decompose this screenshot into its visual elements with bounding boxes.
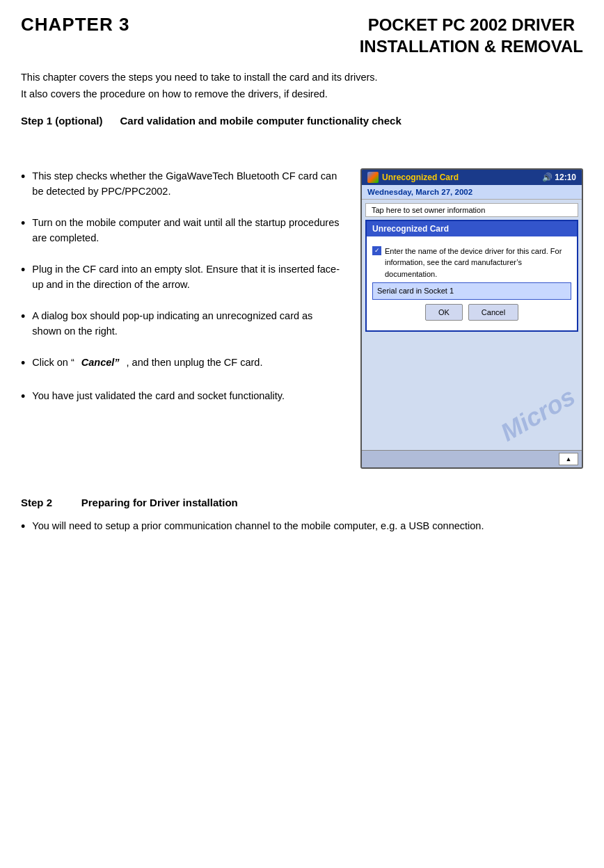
- step2-description: Preparing for Driver installation: [81, 497, 238, 508]
- speaker-icon: 🔊: [542, 172, 553, 182]
- windows-icon: [367, 172, 379, 183]
- page-title: POCKET PC 2002 DRIVER INSTALLATION & REM…: [360, 14, 583, 57]
- phone-time: 12:10: [555, 172, 576, 182]
- step2-heading: Step 2 Preparing for Driver installation: [21, 497, 583, 508]
- phone-list-text: Tap here to set owner information: [372, 206, 485, 214]
- phone-taskbar-left: Unrecognized Card: [367, 172, 459, 183]
- content-area: This step checks whether the GigaWaveTec…: [21, 168, 583, 469]
- list-item: Click on “Cancel”, and then unplug the C…: [21, 355, 340, 373]
- phone-list-item: Tap here to set owner information: [365, 203, 578, 217]
- step1-label: Step 1 (optional): [21, 115, 103, 127]
- step1-description: Card validation and mobile computer func…: [120, 115, 402, 127]
- input-value: Serial card in Socket 1: [377, 287, 454, 295]
- list-item: Plug in the CF card into an empty slot. …: [21, 262, 340, 293]
- phone-btn-row: OK Cancel: [372, 304, 571, 321]
- bullet-text-1: This step checks whether the GigaWaveTec…: [32, 168, 340, 200]
- phone-date-bar: Wednesday, March 27, 2002: [362, 185, 582, 200]
- intro-line2: It also covers the procedure on how to r…: [21, 86, 583, 102]
- phone-ok-button[interactable]: OK: [425, 304, 463, 321]
- dialog-checkbox: ✓: [372, 246, 381, 255]
- phone-dialog-input[interactable]: Serial card in Socket 1: [372, 282, 571, 300]
- step2-bullet-text-1: You will need to setup a prior communica…: [32, 518, 484, 533]
- phone-cancel-button[interactable]: Cancel: [468, 304, 518, 321]
- bullet-text-6: You have just validated the card and soc…: [32, 388, 285, 403]
- chapter-title: CHAPTER 3: [21, 14, 129, 35]
- bullet-text-5-suffix: , and then unplug the CF card.: [127, 355, 263, 370]
- phone-body: Tap here to set owner information Unreco…: [362, 200, 582, 450]
- bullet-list: This step checks whether the GigaWaveTec…: [21, 168, 340, 469]
- list-item: A dialog box should pop-up indicating an…: [21, 308, 340, 339]
- step1-heading: Step 1 (optional) Card validation and mo…: [21, 115, 583, 127]
- list-item: This step checks whether the GigaWaveTec…: [21, 168, 340, 200]
- phone-dialog-title: Unrecognized Card: [367, 221, 577, 236]
- bullet-text-3: Plug in the CF card into an empty slot. …: [32, 262, 340, 293]
- keyboard-icon[interactable]: ▲: [559, 453, 578, 465]
- title-line2: INSTALLATION & REMOVAL: [360, 37, 583, 56]
- phone-dialog: Unrecognized Card ✓ Enter the name of th…: [365, 220, 578, 332]
- dialog-body-row: ✓ Enter the name of the device driver fo…: [372, 246, 571, 280]
- page-header: CHAPTER 3 POCKET PC 2002 DRIVER INSTALLA…: [21, 14, 583, 57]
- bullet-text-5-prefix: Click on “: [32, 355, 74, 370]
- intro-text: This chapter covers the steps you need t…: [21, 70, 583, 102]
- phone-screenshot: Unrecognized Card 🔊 12:10 Wednesday, Mar…: [360, 168, 583, 469]
- list-item: Turn on the mobile computer and wait unt…: [21, 215, 340, 246]
- phone-taskbar-right: 🔊 12:10: [542, 172, 576, 182]
- title-line1: POCKET PC 2002 DRIVER: [368, 15, 575, 34]
- bullet-text-4: A dialog box should pop-up indicating an…: [32, 308, 340, 339]
- step2-bullet-list: You will need to setup a prior communica…: [21, 518, 583, 537]
- dialog-body-text: Enter the name of the device driver for …: [385, 246, 571, 280]
- phone-bottom-bar: ▲: [362, 450, 582, 467]
- phone-taskbar-title: Unrecognized Card: [382, 172, 459, 182]
- phone-taskbar: Unrecognized Card 🔊 12:10: [362, 170, 582, 185]
- bullet-text-5-bold: Cancel”: [81, 355, 120, 370]
- list-item: You have just validated the card and soc…: [21, 388, 340, 407]
- bullet-text-2: Turn on the mobile computer and wait unt…: [32, 215, 340, 246]
- step2-section: Step 2 Preparing for Driver installation…: [21, 497, 583, 537]
- phone-watermark: Micros: [495, 382, 580, 447]
- list-item: You will need to setup a prior communica…: [21, 518, 583, 537]
- phone-date: Wednesday, March 27, 2002: [367, 188, 472, 196]
- phone-dialog-body: ✓ Enter the name of the device driver fo…: [367, 236, 577, 331]
- step2-label: Step 2: [21, 497, 52, 508]
- intro-line1: This chapter covers the steps you need t…: [21, 70, 583, 86]
